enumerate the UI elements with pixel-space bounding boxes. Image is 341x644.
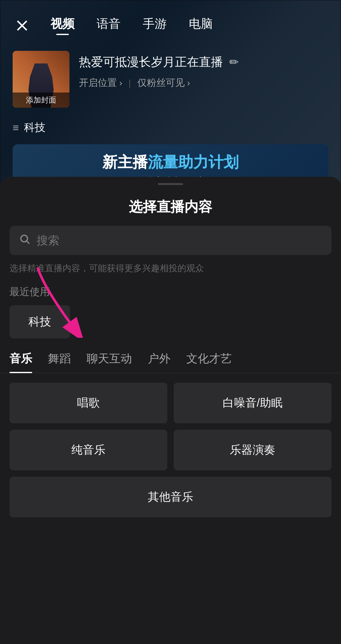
category-label: 科技	[24, 120, 45, 135]
search-input[interactable]	[37, 234, 322, 247]
content-item-instrument[interactable]: 乐器演奏	[174, 430, 332, 470]
category-row: ≡ 科技	[0, 117, 341, 138]
stream-meta: 开启位置 › | 仅粉丝可见 ›	[79, 76, 328, 89]
content-item-instrumental[interactable]: 纯音乐	[9, 430, 167, 470]
edit-icon[interactable]: ✏	[229, 56, 239, 69]
svg-point-2	[21, 235, 27, 242]
content-item-whitenoise-label: 白噪音/助眠	[223, 396, 283, 409]
close-button[interactable]	[13, 16, 32, 35]
search-hint: 选择精准直播内容，可能获得更多兴趣相投的观众	[0, 261, 341, 276]
bottom-sheet: 选择直播内容 选择精准直播内容，可能获得更多兴趣相投的观众 最近使用 科技 音乐…	[0, 177, 341, 644]
cat-tab-outdoor[interactable]: 户外	[148, 351, 170, 373]
search-icon	[19, 233, 30, 247]
category-icon: ≡	[13, 122, 19, 134]
stream-title: 热爱可抵漫长岁月正在直播	[79, 54, 223, 70]
nav-tabs: 视频 语音 手游 电脑	[51, 16, 213, 35]
avatar-container: 添加封面	[13, 51, 69, 108]
location-chevron-icon: ›	[119, 78, 122, 88]
banner-main-text: 新主播流量助力计划	[102, 152, 239, 172]
top-nav: 视频 语音 手游 电脑	[0, 0, 341, 41]
sheet-title: 选择直播内容	[0, 185, 341, 226]
tab-voice[interactable]: 语音	[97, 16, 121, 35]
recent-tags: 科技	[0, 305, 341, 351]
tab-mobile-game[interactable]: 手游	[143, 16, 167, 35]
cat-tab-culture[interactable]: 文化才艺	[186, 351, 232, 373]
streamer-card: 添加封面 热爱可抵漫长岁月正在直播 ✏ 开启位置 › | 仅粉丝可见 ›	[0, 41, 341, 117]
banner-text-highlight: 流量助力计划	[148, 154, 239, 170]
content-item-instrument-label: 乐器演奏	[230, 443, 275, 456]
visibility-chevron-icon: ›	[187, 78, 190, 88]
avatar-label: 添加封面	[13, 92, 69, 108]
meta-divider: |	[129, 78, 131, 88]
content-item-other-music[interactable]: 其他音乐	[9, 477, 332, 517]
search-container[interactable]	[9, 226, 332, 255]
location-btn[interactable]: 开启位置 ›	[79, 76, 122, 89]
tab-video[interactable]: 视频	[51, 16, 75, 35]
content-item-other-music-label: 其他音乐	[148, 490, 193, 503]
visibility-label: 仅粉丝可见	[137, 76, 185, 89]
stream-title-row: 热爱可抵漫长岁月正在直播 ✏	[79, 54, 328, 70]
location-label: 开启位置	[79, 76, 117, 89]
recent-section-title: 最近使用	[0, 285, 341, 305]
category-tabs: 音乐 舞蹈 聊天互动 户外 文化才艺	[0, 351, 341, 373]
cat-tab-dance[interactable]: 舞蹈	[48, 351, 71, 373]
svg-line-3	[27, 241, 29, 244]
recent-tag-keji[interactable]: 科技	[9, 305, 70, 338]
content-item-instrumental-label: 纯音乐	[71, 443, 105, 456]
cat-tab-music[interactable]: 音乐	[9, 351, 32, 373]
cat-tab-chat[interactable]: 聊天互动	[87, 351, 132, 373]
visibility-btn[interactable]: 仅粉丝可见 ›	[137, 76, 190, 89]
banner-text-normal: 新主播	[102, 154, 148, 170]
content-grid: 唱歌 白噪音/助眠 纯音乐 乐器演奏 其他音乐	[0, 373, 341, 527]
content-item-singing-label: 唱歌	[77, 396, 100, 409]
content-item-whitenoise[interactable]: 白噪音/助眠	[174, 383, 332, 423]
content-item-singing[interactable]: 唱歌	[9, 383, 167, 423]
tab-pc[interactable]: 电脑	[189, 16, 213, 35]
streamer-info: 热爱可抵漫长岁月正在直播 ✏ 开启位置 › | 仅粉丝可见 ›	[79, 51, 328, 89]
